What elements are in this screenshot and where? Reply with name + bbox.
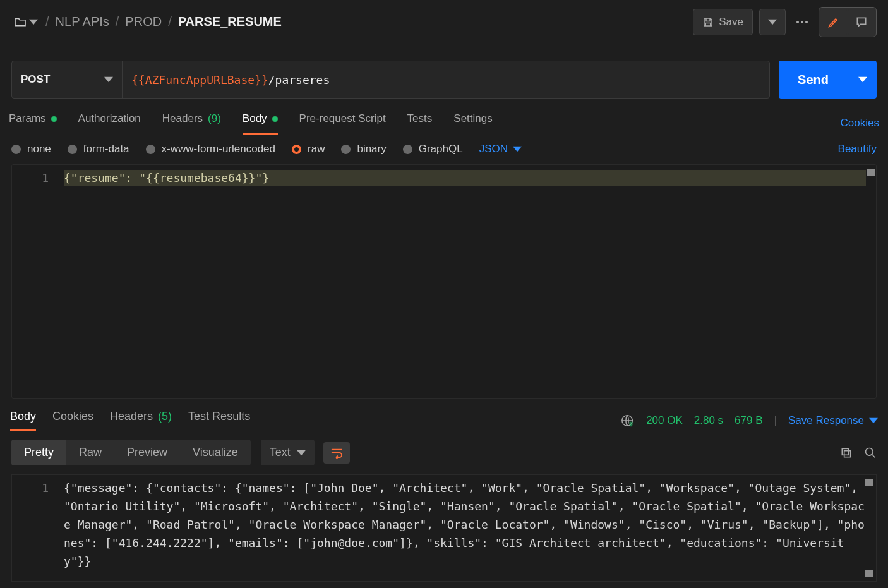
line-number: 1: [12, 479, 49, 497]
tab-label: Headers: [162, 112, 203, 125]
tab-prerequest[interactable]: Pre-request Script: [299, 112, 386, 134]
response-tabs: Body Cookies Headers (5) Test Results 20…: [5, 404, 883, 431]
svg-point-0: [796, 21, 799, 23]
send-button[interactable]: Send: [779, 61, 848, 99]
breadcrumb-request[interactable]: PARSE_RESUME: [178, 15, 282, 29]
response-format-select[interactable]: Text: [261, 440, 315, 465]
radio-label: raw: [308, 143, 325, 155]
chevron-down-icon: [869, 416, 878, 425]
chevron-down-icon: [768, 18, 777, 27]
beautify-link[interactable]: Beautify: [838, 143, 877, 155]
response-body-viewer[interactable]: 1 {"message": {"contacts": {"names": ["J…: [11, 474, 877, 582]
chevron-down-icon: [858, 75, 867, 84]
tab-label: Settings: [453, 112, 492, 125]
tab-label: Authorization: [78, 112, 141, 125]
send-dropdown[interactable]: [848, 61, 877, 99]
comment-icon: [855, 16, 868, 28]
method-select[interactable]: POST: [12, 61, 123, 98]
svg-point-1: [801, 21, 803, 23]
radio-label: x-www-form-urlencoded: [162, 143, 275, 155]
body-type-row: none form-data x-www-form-urlencoded raw…: [5, 134, 883, 164]
tab-tests[interactable]: Tests: [407, 112, 433, 134]
view-preview[interactable]: Preview: [114, 440, 180, 465]
radio-raw[interactable]: raw: [292, 143, 325, 155]
more-options-button[interactable]: [792, 9, 812, 35]
radio-label: none: [27, 143, 51, 155]
separator: /: [168, 15, 172, 29]
request-tabs: Params Authorization Headers (9) Body Pr…: [5, 105, 883, 134]
copy-button[interactable]: [840, 447, 853, 459]
resp-tab-body[interactable]: Body: [10, 410, 36, 431]
tab-label: Tests: [407, 112, 433, 125]
tab-label: Params: [9, 112, 46, 125]
more-icon: [796, 20, 808, 24]
request-body-editor[interactable]: 1 {"resume": "{{resumebase64}}"}: [11, 164, 877, 399]
size-text: 679 B: [735, 414, 762, 427]
radio-urlencoded[interactable]: x-www-form-urlencoded: [146, 143, 275, 155]
save-response[interactable]: Save Response: [788, 414, 878, 427]
format-label: Text: [270, 446, 291, 459]
send-label: Send: [798, 73, 829, 87]
save-button[interactable]: Save: [693, 9, 753, 35]
breadcrumb: / NLP APIs / PROD / PARSE_RESUME: [45, 15, 282, 29]
save-response-label: Save Response: [788, 414, 864, 427]
radio-label: binary: [357, 143, 386, 155]
request-line: POST {{AZFuncAppURLBase}}/parseres Send: [5, 44, 883, 105]
resp-tab-headers[interactable]: Headers (5): [110, 410, 172, 431]
gutter: 1: [12, 475, 56, 581]
folder-dropdown[interactable]: [11, 16, 40, 28]
line-number: 1: [12, 170, 49, 186]
breadcrumb-collection[interactable]: NLP APIs: [56, 15, 109, 29]
separator: /: [45, 15, 49, 29]
network-icon[interactable]: [621, 414, 635, 428]
tab-headers[interactable]: Headers (9): [162, 112, 221, 134]
tab-params[interactable]: Params: [9, 112, 57, 134]
radio-none[interactable]: none: [11, 143, 51, 155]
method-value: POST: [21, 73, 50, 86]
minimap: [867, 169, 875, 176]
scrollbar-thumb[interactable]: [865, 479, 873, 486]
radio-label: form-data: [83, 143, 129, 155]
svg-point-4: [630, 425, 632, 426]
edit-button[interactable]: [820, 9, 847, 35]
save-dropdown[interactable]: [759, 9, 786, 35]
content-type-select[interactable]: JSON: [479, 143, 522, 155]
tab-label: Pre-request Script: [299, 112, 386, 125]
resp-tab-cookies[interactable]: Cookies: [52, 410, 93, 431]
pencil-icon: [827, 16, 840, 28]
radio-icon: [11, 145, 21, 154]
tab-authorization[interactable]: Authorization: [78, 112, 141, 134]
radio-icon: [292, 145, 301, 154]
svg-rect-6: [842, 448, 848, 455]
url-path: /parseres: [268, 73, 330, 87]
breadcrumb-folder[interactable]: PROD: [125, 15, 162, 29]
headers-count: (5): [158, 410, 172, 423]
view-pretty[interactable]: Pretty: [11, 440, 66, 465]
radio-icon: [68, 145, 77, 154]
save-label: Save: [719, 16, 743, 28]
search-button[interactable]: [864, 447, 877, 459]
tab-label: Body: [10, 410, 36, 423]
tab-body[interactable]: Body: [243, 112, 278, 134]
view-visualize[interactable]: Visualize: [180, 440, 251, 465]
radio-graphql[interactable]: GraphQL: [403, 143, 463, 155]
tab-label: Test Results: [188, 410, 250, 423]
tab-label: Body: [243, 112, 267, 125]
wrap-lines-button[interactable]: [323, 442, 350, 464]
folder-icon: [14, 17, 27, 27]
resp-tab-test-results[interactable]: Test Results: [188, 410, 250, 431]
scrollbar-thumb[interactable]: [865, 570, 873, 577]
comment-button[interactable]: [848, 9, 875, 35]
chevron-down-icon: [513, 145, 522, 153]
time-text: 2.80 s: [694, 414, 723, 427]
svg-rect-5: [844, 450, 851, 457]
tab-settings[interactable]: Settings: [453, 112, 492, 134]
cookies-link[interactable]: Cookies: [841, 117, 879, 129]
radio-form-data[interactable]: form-data: [68, 143, 129, 155]
svg-point-2: [805, 21, 808, 23]
url-input[interactable]: {{AZFuncAppURLBase}}/parseres: [123, 61, 769, 98]
radio-label: GraphQL: [419, 143, 463, 155]
wrap-icon: [330, 447, 344, 459]
radio-binary[interactable]: binary: [341, 143, 386, 155]
view-raw[interactable]: Raw: [66, 440, 114, 465]
